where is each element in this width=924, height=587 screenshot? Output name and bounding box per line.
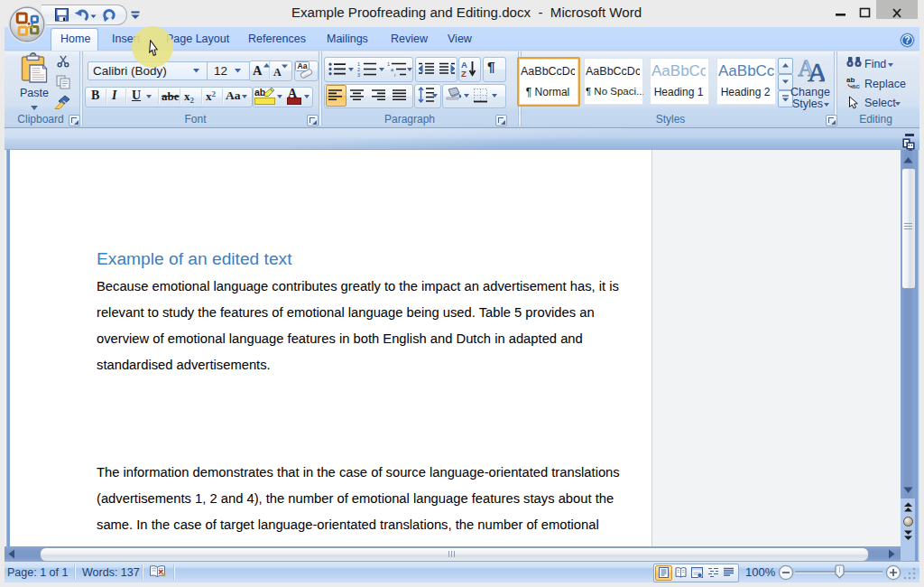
svg-text:1: 1: [387, 61, 390, 67]
svg-text:?: ?: [904, 34, 910, 45]
svg-text:ac: ac: [852, 82, 860, 89]
svg-text:A: A: [808, 57, 825, 83]
svg-text:Z: Z: [461, 69, 467, 79]
svg-text:3: 3: [357, 72, 360, 77]
svg-text:i: i: [394, 72, 395, 77]
